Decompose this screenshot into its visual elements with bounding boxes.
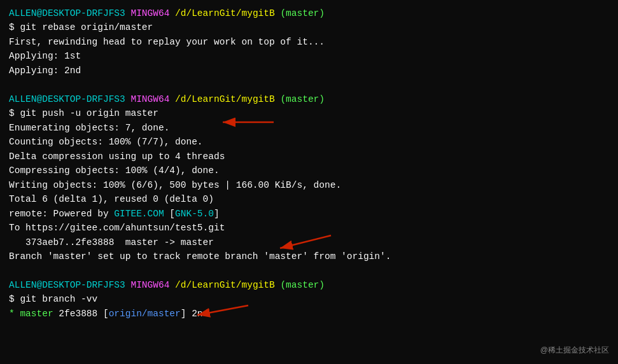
cmd-text-3: $ git branch -vv (9, 294, 97, 304)
output-line-2: Applying: 1st (9, 49, 609, 63)
username-1: ALLEN@DESKTOP-DRFJFS3 (9, 8, 130, 18)
output-line-9: Total 6 (delta 1), reused 0 (delta 0) (9, 192, 609, 206)
output-line-11: To https://gitee.com/ahuntsun/test5.git (9, 221, 609, 235)
output-line-4: Enumerating objects: 7, done. (9, 121, 609, 135)
output-line-7: Compressing objects: 100% (4/4), done. (9, 164, 609, 178)
prompt-line-2: ALLEN@DESKTOP-DRFJFS3 MINGW64 /d/LearnGi… (9, 92, 609, 106)
watermark: @稀土掘金技术社区 (540, 344, 609, 356)
username-2: ALLEN@DESKTOP-DRFJFS3 (9, 94, 130, 104)
output-line-10: remote: Powered by GITEE.COM [GNK-5.0] (9, 207, 609, 221)
output-line-14: * master 2fe3888 [origin/master] 2nd (9, 307, 609, 321)
cmd-text-2: $ git push -u origin master (9, 108, 158, 118)
path-2: /d/LearnGit/mygitB (175, 94, 280, 104)
blank-line-2 (9, 263, 609, 277)
blank-line-1 (9, 78, 609, 92)
cmd-line-3: $ git branch -vv (9, 292, 609, 306)
path-3: /d/LearnGit/mygitB (175, 280, 280, 290)
branch-2: (master) (280, 94, 325, 104)
prompt-line-1: ALLEN@DESKTOP-DRFJFS3 MINGW64 /d/LearnGi… (9, 6, 609, 20)
branch-3: (master) (280, 280, 325, 290)
cmd-line-1: $ git rebase origin/master (9, 20, 609, 34)
output-line-8: Writing objects: 100% (6/6), 500 bytes |… (9, 178, 609, 192)
cmd-text-1: $ git rebase origin/master (9, 22, 153, 32)
prompt-line-3: ALLEN@DESKTOP-DRFJFS3 MINGW64 /d/LearnGi… (9, 278, 609, 292)
username-3: ALLEN@DESKTOP-DRFJFS3 (9, 280, 130, 290)
shell-1: MINGW64 (130, 8, 175, 18)
output-line-12: 373aeb7..2fe3888 master -> master (9, 235, 609, 249)
cmd-line-2: $ git push -u origin master (9, 106, 609, 120)
shell-3: MINGW64 (130, 280, 175, 290)
terminal-window: ALLEN@DESKTOP-DRFJFS3 MINGW64 /d/LearnGi… (9, 6, 609, 321)
branch-1: (master) (280, 8, 325, 18)
output-line-5: Counting objects: 100% (7/7), done. (9, 135, 609, 149)
output-line-6: Delta compression using up to 4 threads (9, 150, 609, 164)
output-line-13: Branch 'master' set up to track remote b… (9, 249, 609, 263)
output-line-3: Applying: 2nd (9, 64, 609, 78)
shell-2: MINGW64 (130, 94, 175, 104)
path-1: /d/LearnGit/mygitB (175, 8, 280, 18)
output-line-1: First, rewinding head to replay your wor… (9, 35, 609, 49)
